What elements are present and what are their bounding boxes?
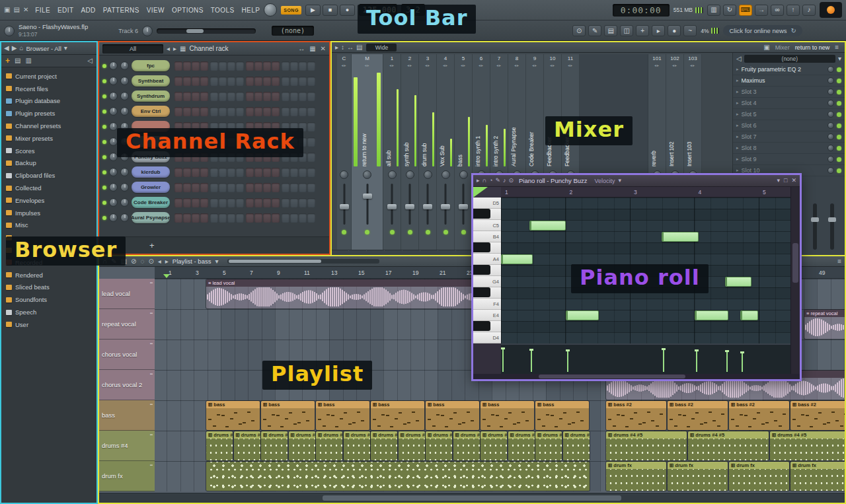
clip-repeat-vocal[interactable]: ≡ repeat vocal bbox=[804, 310, 845, 339]
step-cell[interactable] bbox=[282, 107, 289, 116]
fx-mix-knob[interactable] bbox=[827, 66, 834, 73]
channel-enable-led[interactable] bbox=[102, 140, 106, 144]
piano-key-f4[interactable]: F4 bbox=[473, 299, 501, 310]
prev-icon[interactable]: ◂ bbox=[158, 258, 161, 265]
step-cell[interactable] bbox=[227, 92, 235, 101]
browser-item-user[interactable]: User bbox=[1, 318, 96, 331]
fx-enable-led[interactable] bbox=[837, 101, 841, 106]
step-cell[interactable] bbox=[290, 168, 298, 177]
piano-key-black[interactable] bbox=[473, 242, 501, 254]
fx-enable-led[interactable] bbox=[837, 146, 841, 151]
piano-key-black[interactable] bbox=[473, 209, 501, 220]
clip-drums-4[interactable]: ⊞ drums #4 bbox=[289, 431, 315, 460]
close-icon[interactable]: ✕ bbox=[23, 7, 28, 13]
layout-icon[interactable]: ▤ bbox=[356, 44, 362, 51]
step-cell[interactable] bbox=[192, 107, 200, 116]
midi-note-e4[interactable] bbox=[566, 310, 599, 320]
step-cell[interactable] bbox=[290, 92, 298, 101]
step-cell[interactable] bbox=[299, 213, 307, 223]
record-button[interactable]: ● bbox=[340, 5, 355, 16]
main-volume-knob[interactable] bbox=[4, 26, 15, 36]
scrollbar-thumb[interactable] bbox=[792, 243, 798, 283]
master-volume-slider[interactable] bbox=[157, 28, 256, 34]
clip-drums-4-5[interactable]: ⊞ drums #4 #5 bbox=[606, 431, 687, 460]
step-cell[interactable] bbox=[183, 107, 191, 116]
fx-mix-knob[interactable] bbox=[827, 100, 834, 106]
strip-mute-led[interactable] bbox=[443, 230, 448, 234]
clip-drums-4[interactable]: ⊞ drums #4 bbox=[563, 431, 590, 460]
fx-enable-led[interactable] bbox=[837, 135, 841, 139]
note-icon[interactable]: ♪ bbox=[503, 178, 506, 184]
mute-speaker-icon[interactable]: ◁ bbox=[87, 57, 93, 64]
velocity-bar[interactable] bbox=[567, 351, 568, 372]
channel-enable-led[interactable] bbox=[102, 216, 106, 220]
file-icon[interactable]: ▤ bbox=[15, 57, 20, 64]
stop-button[interactable]: ■ bbox=[323, 5, 338, 16]
channel-volume-knob[interactable] bbox=[120, 61, 129, 70]
menu-options[interactable]: OPTIONS bbox=[172, 7, 204, 14]
step-cell[interactable] bbox=[290, 213, 298, 223]
step-cell[interactable] bbox=[246, 77, 254, 86]
channel-volume-knob[interactable] bbox=[120, 183, 129, 192]
channel-enable-led[interactable] bbox=[102, 79, 106, 83]
velocity-lane[interactable] bbox=[501, 343, 790, 374]
strip-mute-led[interactable] bbox=[365, 230, 369, 234]
browser-item-soundfonts[interactable]: Soundfonts bbox=[1, 293, 96, 306]
magnet-icon[interactable]: ∩ bbox=[482, 178, 486, 184]
main-pitch-knob[interactable] bbox=[142, 26, 153, 36]
channel-volume-knob[interactable] bbox=[120, 168, 129, 176]
fx-slot-9[interactable]: ▸Slot 9 bbox=[733, 154, 845, 165]
menu-icon[interactable]: ≡ bbox=[835, 44, 839, 51]
fx-enable-led[interactable] bbox=[837, 67, 841, 72]
channel-pan-knob[interactable] bbox=[109, 92, 118, 100]
step-cell[interactable] bbox=[246, 213, 254, 223]
zoom-icon[interactable]: ⊙ bbox=[148, 258, 153, 265]
browser-item-clipboard-files[interactable]: Clipboard files bbox=[1, 169, 96, 182]
strip-mute-led[interactable] bbox=[342, 230, 346, 234]
channel-button[interactable]: Synthdrum bbox=[132, 90, 170, 102]
step-cell[interactable] bbox=[307, 213, 315, 223]
fx-enable-led[interactable] bbox=[837, 168, 841, 173]
step-cell[interactable] bbox=[200, 92, 208, 101]
step-cell[interactable] bbox=[246, 92, 254, 101]
vertical-scrollbar[interactable] bbox=[790, 187, 800, 374]
strip-mute-led[interactable] bbox=[461, 230, 466, 234]
fader-handle[interactable] bbox=[423, 204, 432, 209]
menu-patterns[interactable]: PATTERNS bbox=[103, 7, 139, 14]
strip-pan-knob[interactable] bbox=[406, 170, 414, 179]
fx-slot-1[interactable]: ▸Fruity parametric EQ 2 bbox=[733, 64, 845, 75]
step-cell[interactable] bbox=[263, 92, 271, 101]
clip-drums-4-5[interactable]: ⊞ drums #4 #5 bbox=[688, 431, 769, 460]
piano-key-b4[interactable]: B4 bbox=[473, 231, 501, 242]
step-cell[interactable] bbox=[272, 168, 280, 177]
channel-pan-knob[interactable] bbox=[109, 213, 118, 222]
scrollbar-thumb[interactable] bbox=[539, 375, 685, 378]
step-cell[interactable] bbox=[219, 107, 227, 116]
clip-drum-fx[interactable]: ⊞ drum fx bbox=[790, 462, 845, 491]
play-button[interactable]: ▶ bbox=[305, 5, 321, 16]
step-cell[interactable] bbox=[192, 183, 200, 192]
step-cell[interactable] bbox=[272, 213, 280, 223]
clip-drums-4[interactable]: ⊞ drums #4 bbox=[344, 431, 370, 460]
step-cell[interactable] bbox=[299, 92, 307, 101]
strip-pan-knob[interactable] bbox=[442, 170, 450, 179]
channel-button[interactable]: Growler bbox=[132, 182, 170, 193]
velocity-bar[interactable] bbox=[502, 349, 504, 372]
playback-icon[interactable]: ▸ bbox=[652, 25, 665, 36]
metronome-icon[interactable]: ♪ bbox=[802, 5, 816, 16]
horizontal-scrollbar[interactable] bbox=[473, 374, 800, 379]
piano-key-d5[interactable]: D5 bbox=[473, 198, 501, 209]
clip-bass[interactable]: ⊞ bass bbox=[206, 401, 260, 430]
step-cell[interactable] bbox=[307, 137, 315, 147]
velocity-bar[interactable] bbox=[531, 351, 532, 372]
channel-volume-knob[interactable] bbox=[120, 77, 129, 85]
playlist-bottom-scrollbar[interactable] bbox=[99, 493, 845, 503]
minimize-icon[interactable]: ▾ bbox=[777, 178, 780, 184]
step-cell[interactable] bbox=[174, 77, 182, 86]
step-cell[interactable] bbox=[282, 92, 289, 101]
back-icon[interactable]: ◀ bbox=[4, 45, 9, 52]
clip-pattern[interactable] bbox=[206, 462, 590, 491]
channel-volume-knob[interactable] bbox=[120, 198, 129, 207]
step-cell[interactable] bbox=[210, 77, 218, 86]
clip-drum-fx[interactable]: ⊞ drum fx bbox=[729, 462, 789, 491]
